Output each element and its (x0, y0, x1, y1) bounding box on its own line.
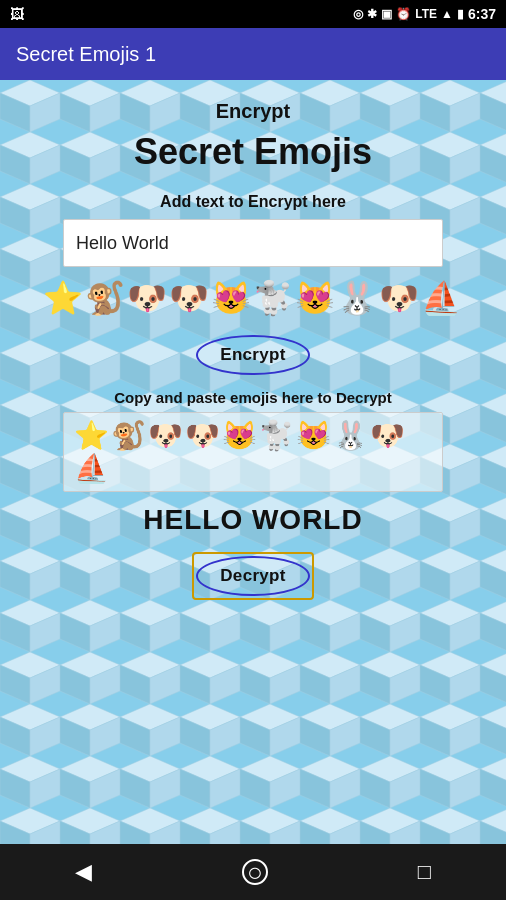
image-icon: 🖼 (10, 6, 24, 22)
decrypt-paste-label: Copy and paste emojis here to Decrypt (114, 389, 392, 406)
lte-label: LTE (415, 7, 437, 21)
alarm-icon: ⏰ (396, 7, 411, 21)
location-icon: ◎ (353, 7, 363, 21)
emoji-output-row: ⭐🐒🐶🐶😻🐩😻🐰🐶⛵ (16, 279, 490, 323)
battery-icon: ▮ (457, 7, 464, 21)
back-button[interactable]: ◀ (75, 859, 92, 885)
add-text-label: Add text to Encrypt here (160, 193, 346, 211)
time-display: 6:37 (468, 6, 496, 22)
status-left: 🖼 (10, 6, 24, 22)
status-bar: 🖼 ◎ ✱ ▣ ⏰ LTE ▲ ▮ 6:37 (0, 0, 506, 28)
nav-bar: ◀ ○ □ (0, 844, 506, 900)
content-area: Encrypt Secret Emojis Add text to Encryp… (0, 80, 506, 844)
decrypted-output: HELLO WORLD (143, 504, 362, 536)
signal-icon: ▲ (441, 7, 453, 21)
app-bar-title: Secret Emojis 1 (16, 43, 156, 66)
app-bar: Secret Emojis 1 (0, 28, 506, 80)
encrypt-text-input[interactable] (63, 219, 443, 267)
encrypt-button[interactable]: Encrypt (196, 335, 309, 375)
bluetooth-icon: ✱ (367, 7, 377, 21)
app-title: Secret Emojis (134, 131, 372, 173)
decrypt-button[interactable]: Decrypt (196, 556, 309, 596)
main-content: Encrypt Secret Emojis Add text to Encryp… (0, 80, 506, 844)
recents-button[interactable]: □ (418, 859, 431, 885)
status-right: ◎ ✱ ▣ ⏰ LTE ▲ ▮ 6:37 (353, 6, 496, 22)
emoji-paste-box[interactable]: ⭐🐒🐶🐶😻🐩😻🐰🐶⛵ (63, 412, 443, 492)
decrypt-button-wrapper: Decrypt (192, 552, 313, 600)
vibrate-icon: ▣ (381, 7, 392, 21)
home-button[interactable]: ○ (242, 859, 268, 885)
encrypt-heading: Encrypt (216, 100, 290, 123)
